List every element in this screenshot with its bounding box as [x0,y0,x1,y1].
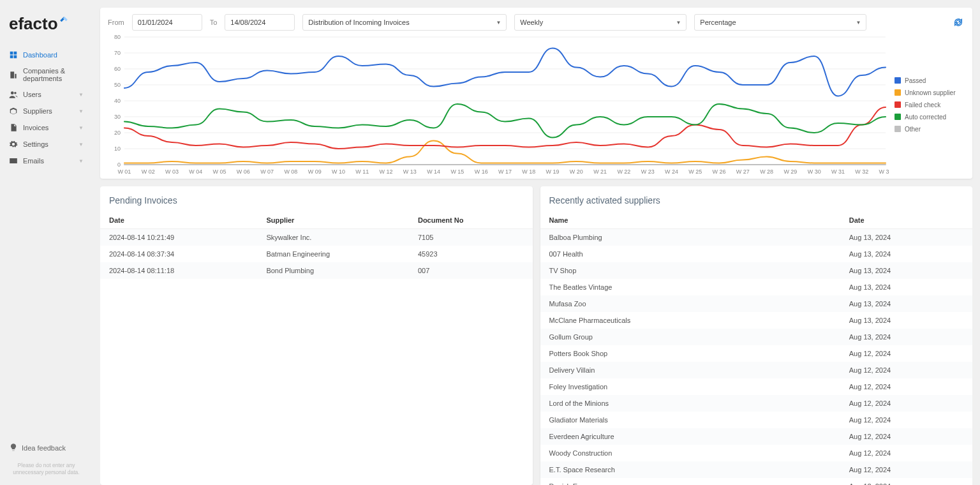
box-icon [9,107,18,116]
sidebar-item-label: Suppliers [23,107,52,115]
legend-passed[interactable]: Passed [895,77,965,84]
table-row[interactable]: McClane PharmaceuticalsAug 13, 2024 [540,312,973,329]
svg-rect-2 [10,56,13,59]
disclaimer-text: Please do not enter any unnecessary pers… [6,457,86,479]
caret-down-icon: ▼ [856,20,861,26]
chevron-down-icon: ▼ [78,92,84,98]
table-row[interactable]: Gladiator MaterialsAug 12, 2024 [540,412,973,428]
svg-text:W 06: W 06 [237,168,250,175]
svg-text:W 33: W 33 [879,168,889,175]
sidebar-item-users[interactable]: Users ▼ [6,86,86,103]
sidebar-item-invoices[interactable]: Invoices ▼ [6,119,86,136]
table-row[interactable]: Potters Book ShopAug 12, 2024 [540,345,973,362]
table-row[interactable]: Foley InvestigationAug 12, 2024 [540,378,973,395]
table-row[interactable]: Woody ConstructionAug 12, 2024 [540,445,973,461]
table-row[interactable]: Gollum GroupAug 13, 2024 [540,329,973,345]
svg-text:W 27: W 27 [736,168,750,175]
brand-mark-icon [59,16,68,25]
svg-text:W 32: W 32 [855,168,868,175]
svg-text:W 05: W 05 [213,168,226,175]
idea-feedback-link[interactable]: Idea feedback [6,439,86,457]
unit-select[interactable]: Percentage▼ [694,14,866,31]
table-row[interactable]: 2024-08-14 10:21:49Skywalker Inc.7105 [100,229,533,246]
table-row[interactable]: The Beatles VintageAug 13, 2024 [540,279,973,295]
legend-other[interactable]: Other [895,126,965,133]
svg-text:W 13: W 13 [403,168,417,175]
sidebar: efacto Dashboard Companies & departments… [0,0,93,485]
idea-feedback-label: Idea feedback [22,444,66,452]
table-row[interactable]: E.T. Space ResearchAug 12, 2024 [540,461,973,478]
sidebar-item-companies[interactable]: Companies & departments [6,63,86,86]
svg-text:W 20: W 20 [570,168,583,175]
table-row[interactable]: TV ShopAug 13, 2024 [540,262,973,279]
col-date[interactable]: Date [100,212,260,229]
svg-text:W 14: W 14 [427,168,440,175]
pending-title: Pending Invoices [100,195,533,212]
legend-failed[interactable]: Failed check [895,101,965,108]
caret-down-icon: ▼ [676,20,681,26]
legend-auto[interactable]: Auto corrected [895,114,965,121]
refresh-button[interactable] [952,16,965,29]
table-row[interactable]: Danish ExpressAug 12, 2024 [540,478,973,485]
sidebar-item-emails[interactable]: Emails ▼ [6,153,86,169]
from-date-input[interactable]: 01/01/2024 [132,14,202,31]
sidebar-item-label: Settings [23,140,48,148]
chevron-down-icon: ▼ [78,158,84,164]
sidebar-item-label: Dashboard [23,51,57,59]
svg-text:W 02: W 02 [142,168,155,175]
table-row[interactable]: Balboa PlumbingAug 13, 2024 [540,229,973,246]
col-supplier[interactable]: Supplier [260,212,412,229]
pending-invoices-table: Date Supplier Document No 2024-08-14 10:… [100,212,533,279]
svg-text:W 15: W 15 [450,168,464,175]
svg-text:W 21: W 21 [593,168,607,175]
brand-logo: efacto [6,11,86,47]
svg-text:W 10: W 10 [332,168,345,175]
filter-bar: From 01/01/2024 To 14/08/2024 Distributi… [108,14,965,31]
users-icon [9,90,18,99]
recent-suppliers-panel: Recently activated suppliers Name Date B… [540,186,973,485]
col-date[interactable]: Date [843,212,972,229]
to-label: To [210,19,218,26]
svg-rect-3 [14,56,17,59]
svg-rect-1 [14,52,17,55]
to-date-input[interactable]: 14/08/2024 [225,14,295,31]
table-row[interactable]: 2024-08-14 08:11:18Bond Plumbing007 [100,262,533,279]
col-name[interactable]: Name [540,212,843,229]
sidebar-item-settings[interactable]: Settings ▼ [6,136,86,153]
table-row[interactable]: Everdeen AgricultureAug 12, 2024 [540,428,973,445]
svg-text:W 11: W 11 [355,168,369,175]
pending-invoices-panel: Pending Invoices Date Supplier Document … [100,186,533,485]
svg-text:80: 80 [114,34,121,40]
table-row[interactable]: 2024-08-14 08:37:34Batman Engineering459… [100,246,533,262]
svg-text:70: 70 [114,50,121,56]
sidebar-item-label: Emails [23,157,44,165]
recent-title: Recently activated suppliers [540,195,973,212]
table-row[interactable]: Mufasa ZooAug 13, 2024 [540,295,973,312]
svg-point-5 [14,92,17,94]
svg-text:W 18: W 18 [522,168,535,175]
table-row[interactable]: 007 HealthAug 13, 2024 [540,246,973,262]
interval-select[interactable]: Weekly▼ [514,14,687,31]
metric-select[interactable]: Distribution of Incoming Invoices▼ [302,14,507,31]
svg-text:10: 10 [114,146,121,152]
table-row[interactable]: Delivery VillainAug 12, 2024 [540,362,973,378]
svg-text:W 17: W 17 [498,168,512,175]
lightbulb-icon [9,443,18,453]
chart-legend: Passed Unknown supplier Failed check Aut… [895,34,965,175]
svg-text:W 29: W 29 [783,168,797,175]
sidebar-item-label: Invoices [23,124,48,131]
table-row[interactable]: Lord of the MinionsAug 12, 2024 [540,395,973,412]
sidebar-item-label: Users [23,91,41,98]
svg-text:W 30: W 30 [808,168,821,175]
sidebar-item-dashboard[interactable]: Dashboard [6,47,86,63]
svg-text:W 08: W 08 [284,168,297,175]
legend-unknown[interactable]: Unknown supplier [895,89,965,96]
col-doc[interactable]: Document No [412,212,533,229]
svg-text:W 01: W 01 [117,168,131,175]
gear-icon [9,140,18,149]
chart-panel: From 01/01/2024 To 14/08/2024 Distributi… [100,8,972,179]
svg-point-4 [11,91,14,94]
svg-text:60: 60 [114,66,121,72]
svg-text:30: 30 [114,114,121,120]
sidebar-item-suppliers[interactable]: Suppliers ▼ [6,103,86,119]
